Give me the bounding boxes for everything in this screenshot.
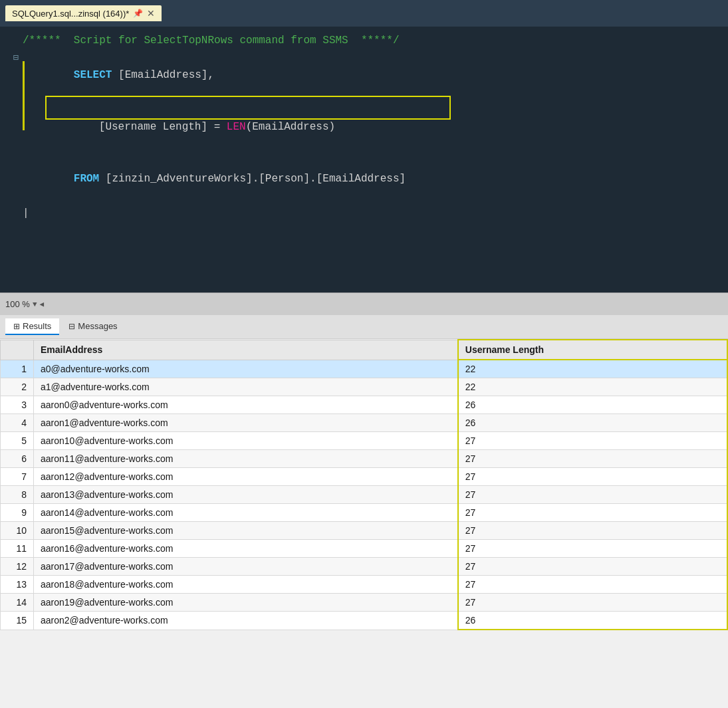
table-row[interactable]: 10aaron15@adventure-works.com27: [1, 522, 728, 540]
code-line-alias: [Username Length] = LEN(EmailAddress): [0, 101, 728, 153]
title-bar: SQLQuery1.sql...zinsql (164))* 📌 ✕: [0, 0, 728, 27]
cell-username-length: 22: [458, 360, 727, 378]
tab-results[interactable]: ⊞ Results: [5, 318, 59, 335]
cell-email: aaron19@adventure-works.com: [34, 594, 458, 612]
select-line: SELECT [EmailAddress],: [23, 49, 721, 101]
cell-rownum: 6: [1, 450, 34, 468]
table-row[interactable]: 12aaron17@adventure-works.com27: [1, 558, 728, 576]
table-row[interactable]: 3aaron0@adventure-works.com26: [1, 396, 728, 414]
cell-username-length: 26: [458, 396, 727, 414]
cell-username-length: 27: [458, 594, 727, 612]
code-line-from: FROM [zinzin_AdventureWorks].[Person].[E…: [0, 153, 728, 205]
table-row[interactable]: 14aaron19@adventure-works.com27: [1, 594, 728, 612]
table-row[interactable]: 5aaron10@adventure-works.com27: [1, 432, 728, 450]
table-row[interactable]: 9aaron14@adventure-works.com27: [1, 504, 728, 522]
table-row[interactable]: 1a0@adventure-works.com22: [1, 360, 728, 378]
cell-rownum: 10: [1, 522, 34, 540]
cell-username-length: 27: [458, 468, 727, 486]
cell-rownum: 12: [1, 558, 34, 576]
cell-email: aaron11@adventure-works.com: [34, 450, 458, 468]
cell-username-length: 26: [458, 612, 727, 630]
tab-messages[interactable]: ⊟ Messages: [61, 318, 125, 335]
code-editor[interactable]: /***** Script for SelectTopNRows command…: [0, 27, 728, 293]
results-icon: ⊞: [13, 322, 20, 331]
table-row[interactable]: 2a1@adventure-works.com22: [1, 378, 728, 396]
cell-email: a1@adventure-works.com: [34, 378, 458, 396]
col-header-email[interactable]: EmailAddress: [34, 340, 458, 360]
cell-username-length: 27: [458, 576, 727, 594]
cell-rownum: 8: [1, 486, 34, 504]
code-line-cursor: |: [0, 205, 728, 222]
results-table: EmailAddress Username Length 1a0@adventu…: [0, 339, 728, 630]
cell-email: aaron13@adventure-works.com: [34, 486, 458, 504]
code-line-select: ⊟ SELECT [EmailAddress],: [0, 49, 728, 101]
cell-username-length: 27: [458, 450, 727, 468]
cell-email: aaron18@adventure-works.com: [34, 576, 458, 594]
cell-username-length: 27: [458, 558, 727, 576]
comment-text: /***** Script for SelectTopNRows command…: [23, 32, 721, 49]
zoom-dropdown-arrow[interactable]: ▼: [33, 300, 37, 308]
cell-username-length: 27: [458, 504, 727, 522]
app-window: SQLQuery1.sql...zinsql (164))* 📌 ✕ /****…: [0, 0, 728, 708]
cell-rownum: 14: [1, 594, 34, 612]
table-row[interactable]: 7aaron12@adventure-works.com27: [1, 468, 728, 486]
results-table-container[interactable]: EmailAddress Username Length 1a0@adventu…: [0, 339, 728, 708]
cell-email: aaron10@adventure-works.com: [34, 432, 458, 450]
results-panel: ⊞ Results ⊟ Messages EmailAddress Userna…: [0, 315, 728, 708]
cell-email: aaron15@adventure-works.com: [34, 522, 458, 540]
close-icon[interactable]: ✕: [147, 8, 155, 19]
col-header-username-length[interactable]: Username Length: [458, 340, 727, 360]
cell-email: a0@adventure-works.com: [34, 360, 458, 378]
cell-rownum: 1: [1, 360, 34, 378]
cursor: |: [23, 205, 721, 222]
table-row[interactable]: 13aaron18@adventure-works.com27: [1, 576, 728, 594]
messages-icon: ⊟: [68, 322, 75, 331]
table-row[interactable]: 11aaron16@adventure-works.com27: [1, 540, 728, 558]
cell-username-length: 27: [458, 522, 727, 540]
col-header-rownum: [1, 340, 34, 360]
cell-rownum: 2: [1, 378, 34, 396]
cell-rownum: 11: [1, 540, 34, 558]
cell-email: aaron0@adventure-works.com: [34, 396, 458, 414]
cell-username-length: 27: [458, 486, 727, 504]
cell-username-length: 27: [458, 540, 727, 558]
cell-email: aaron16@adventure-works.com: [34, 540, 458, 558]
cell-rownum: 13: [1, 576, 34, 594]
alias-expression: [Username Length] = LEN(EmailAddress): [48, 101, 721, 153]
results-tab-label: Results: [23, 321, 51, 331]
cell-rownum: 5: [1, 432, 34, 450]
editor-tab[interactable]: SQLQuery1.sql...zinsql (164))* 📌 ✕: [5, 5, 162, 21]
cell-email: aaron2@adventure-works.com: [34, 612, 458, 630]
cell-email: aaron12@adventure-works.com: [34, 468, 458, 486]
table-row[interactable]: 8aaron13@adventure-works.com27: [1, 486, 728, 504]
scroll-left-arrow[interactable]: ◀: [39, 300, 44, 308]
table-row[interactable]: 15aaron2@adventure-works.com26: [1, 612, 728, 630]
cell-rownum: 15: [1, 612, 34, 630]
cell-rownum: 9: [1, 504, 34, 522]
cell-username-length: 22: [458, 378, 727, 396]
cell-rownum: 7: [1, 468, 34, 486]
code-line-comment: /***** Script for SelectTopNRows command…: [0, 32, 728, 49]
cell-rownum: 4: [1, 414, 34, 432]
cell-username-length: 26: [458, 414, 727, 432]
cell-email: aaron14@adventure-works.com: [34, 504, 458, 522]
table-header-row: EmailAddress Username Length: [1, 340, 728, 360]
cell-email: aaron1@adventure-works.com: [34, 414, 458, 432]
table-row[interactable]: 4aaron1@adventure-works.com26: [1, 414, 728, 432]
from-expression: FROM [zinzin_AdventureWorks].[Person].[E…: [23, 153, 721, 205]
results-tabs-bar: ⊞ Results ⊟ Messages: [0, 315, 728, 339]
cell-email: aaron17@adventure-works.com: [34, 558, 458, 576]
table-row[interactable]: 6aaron11@adventure-works.com27: [1, 450, 728, 468]
cell-rownum: 3: [1, 396, 34, 414]
pin-icon[interactable]: 📌: [133, 9, 143, 18]
tab-title: SQLQuery1.sql...zinsql (164))*: [12, 9, 129, 19]
cell-username-length: 27: [458, 432, 727, 450]
zoom-bar: 100 % ▼ ◀: [0, 293, 728, 315]
messages-tab-label: Messages: [78, 321, 117, 331]
zoom-value: 100 %: [5, 299, 30, 309]
